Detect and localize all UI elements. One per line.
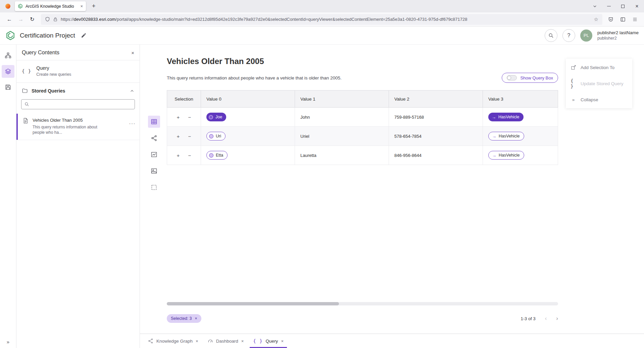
stored-query-description: This query returns information about peo… bbox=[33, 124, 104, 135]
remove-from-selection-button[interactable]: − bbox=[187, 114, 193, 120]
query-item-subtitle: Create new queries bbox=[36, 72, 71, 77]
stored-query-list-item[interactable]: Vehicles Older Than 2005 This query retu… bbox=[16, 114, 140, 140]
cell-value2: 846-956-8644 bbox=[389, 146, 483, 165]
table-row: + − Uri Uriel 578-654-7854 → bbox=[167, 127, 558, 146]
data-model-icon[interactable] bbox=[2, 49, 14, 62]
save-icon[interactable] bbox=[2, 81, 14, 94]
entity-node-icon bbox=[209, 115, 213, 119]
menu-item-add-selection-to[interactable]: Add Selection To bbox=[566, 59, 632, 75]
lock-icon[interactable] bbox=[53, 17, 58, 22]
app-header: Certification Project ? PL publisher2 la… bbox=[0, 26, 644, 45]
show-query-box-toggle[interactable]: Show Query Box bbox=[502, 73, 558, 83]
chart-view-icon[interactable] bbox=[148, 149, 160, 161]
browser-addressbar: ← → ↻ https://dev0028833.esri.com/portal… bbox=[0, 12, 644, 26]
knowledge-graph-icon bbox=[148, 338, 153, 344]
tab-dashboard[interactable]: Dashboard × bbox=[203, 334, 249, 348]
entity-pill[interactable]: Joe bbox=[206, 113, 226, 121]
previous-page-icon[interactable]: ‹ bbox=[545, 315, 547, 322]
edit-title-icon[interactable] bbox=[81, 33, 87, 38]
window-close-button[interactable]: × bbox=[630, 0, 644, 12]
selected-count-chip[interactable]: Selected: 3 × bbox=[167, 314, 201, 323]
sidebar-icon[interactable] bbox=[618, 14, 628, 24]
help-button[interactable]: ? bbox=[562, 29, 575, 42]
tab-knowledge-graph[interactable]: Knowledge Graph × bbox=[143, 334, 203, 348]
add-to-selection-button[interactable]: + bbox=[175, 153, 181, 158]
toggle-label: Show Query Box bbox=[520, 75, 553, 80]
stored-query-title: Vehicles Older Than 2005 bbox=[33, 118, 104, 123]
shield-icon[interactable] bbox=[45, 17, 50, 22]
pocket-icon[interactable] bbox=[606, 14, 616, 24]
stored-queries-search-input[interactable] bbox=[21, 99, 135, 109]
entity-pill-label: Etta bbox=[216, 153, 223, 158]
table-row: + − Etta Lauretta 846-956-8644 → bbox=[167, 146, 558, 165]
menu-item-update-stored-query[interactable]: { } Update Stored Query bbox=[566, 75, 632, 92]
column-header[interactable]: Value 0 bbox=[201, 91, 295, 107]
link-chart-view-icon[interactable] bbox=[148, 132, 160, 144]
user-name: publisher2 lastName bbox=[597, 30, 639, 36]
list-tabs-icon[interactable] bbox=[588, 0, 602, 12]
cell-value1: Lauretta bbox=[295, 146, 389, 165]
forward-icon[interactable]: → bbox=[15, 14, 26, 25]
add-to-selection-button[interactable]: + bbox=[175, 133, 181, 139]
cell-value1: Uriel bbox=[295, 127, 389, 146]
arcgis-knowledge-logo bbox=[5, 31, 15, 41]
cell-value2: 759-889-57168 bbox=[389, 108, 483, 126]
collapse-chevrons-icon: » bbox=[571, 97, 576, 102]
panel-close-icon[interactable]: × bbox=[131, 50, 134, 56]
firefox-view-icon[interactable] bbox=[3, 2, 12, 11]
tab-query[interactable]: { } Query × bbox=[248, 334, 288, 348]
table-header-row: Selection Value 0 Value 1 Value 2 Value … bbox=[167, 90, 558, 108]
url-bar[interactable]: https://dev0028833.esri.com/portal/apps/… bbox=[41, 14, 602, 25]
horizontal-scrollbar[interactable] bbox=[167, 302, 558, 305]
stored-queries-title: Stored Queries bbox=[32, 88, 126, 94]
relationship-pill[interactable]: → HasVehicle bbox=[488, 132, 524, 140]
entity-pill[interactable]: Uri bbox=[206, 132, 226, 140]
maximize-button[interactable] bbox=[616, 0, 630, 12]
column-header[interactable]: Value 2 bbox=[389, 91, 483, 107]
menu-item-collapse[interactable]: » Collapse bbox=[566, 92, 632, 108]
more-options-icon[interactable]: ··· bbox=[129, 120, 136, 126]
refresh-icon[interactable]: ↻ bbox=[27, 14, 38, 25]
bookmark-star-icon[interactable]: ☆ bbox=[594, 16, 598, 22]
entity-pill[interactable]: Etta bbox=[206, 151, 228, 160]
selection-context-menu: Add Selection To { } Update Stored Query… bbox=[566, 59, 632, 108]
menu-hamburger-icon[interactable] bbox=[630, 14, 640, 24]
new-query-item[interactable]: { } Query Create new queries bbox=[16, 60, 140, 83]
scrollbar-thumb[interactable] bbox=[167, 302, 339, 305]
search-button[interactable] bbox=[545, 29, 557, 42]
next-page-icon[interactable]: › bbox=[556, 315, 558, 322]
contents-layers-icon[interactable] bbox=[2, 65, 14, 78]
query-viewer: Vehicles Older Than 2005 This query retu… bbox=[140, 45, 644, 334]
new-tab-button[interactable]: + bbox=[89, 3, 99, 10]
remove-from-selection-button[interactable]: − bbox=[187, 153, 193, 158]
add-to-selection-button[interactable]: + bbox=[175, 114, 181, 120]
browser-tabstrip: ArcGIS Knowledge Studio × + × bbox=[0, 0, 644, 12]
relationship-pill-label: HasVehicle bbox=[499, 153, 520, 158]
column-header[interactable]: Value 1 bbox=[295, 91, 389, 107]
toggle-switch[interactable] bbox=[507, 75, 517, 80]
avatar[interactable]: PL bbox=[580, 30, 592, 42]
minimize-button[interactable] bbox=[602, 0, 616, 12]
table-view-icon[interactable] bbox=[148, 116, 160, 128]
column-header[interactable]: Selection bbox=[167, 91, 201, 107]
column-header[interactable]: Value 3 bbox=[483, 91, 558, 107]
left-rail: » bbox=[0, 45, 16, 348]
remove-from-selection-button[interactable]: − bbox=[187, 133, 193, 139]
search-icon bbox=[24, 102, 29, 107]
dashboard-icon bbox=[208, 338, 213, 344]
selection-view-icon[interactable] bbox=[148, 181, 160, 193]
tab-close-icon[interactable]: × bbox=[80, 4, 83, 9]
tab-close-icon[interactable]: × bbox=[281, 339, 284, 344]
clear-selection-icon[interactable]: × bbox=[195, 316, 197, 321]
collapse-section-icon[interactable] bbox=[130, 89, 134, 93]
relationship-pill[interactable]: → HasVehicle bbox=[488, 113, 524, 121]
browser-tab[interactable]: ArcGIS Knowledge Studio × bbox=[15, 1, 86, 11]
tab-close-icon[interactable]: × bbox=[196, 339, 198, 344]
back-icon[interactable]: ← bbox=[4, 14, 15, 25]
relationship-pill[interactable]: → HasVehicle bbox=[488, 151, 524, 160]
add-selection-icon bbox=[571, 65, 576, 70]
map-view-icon[interactable] bbox=[148, 165, 160, 177]
page-range: 1-3 of 3 bbox=[521, 316, 536, 321]
tab-close-icon[interactable]: × bbox=[241, 339, 244, 344]
expand-rail-icon[interactable]: » bbox=[7, 339, 9, 345]
